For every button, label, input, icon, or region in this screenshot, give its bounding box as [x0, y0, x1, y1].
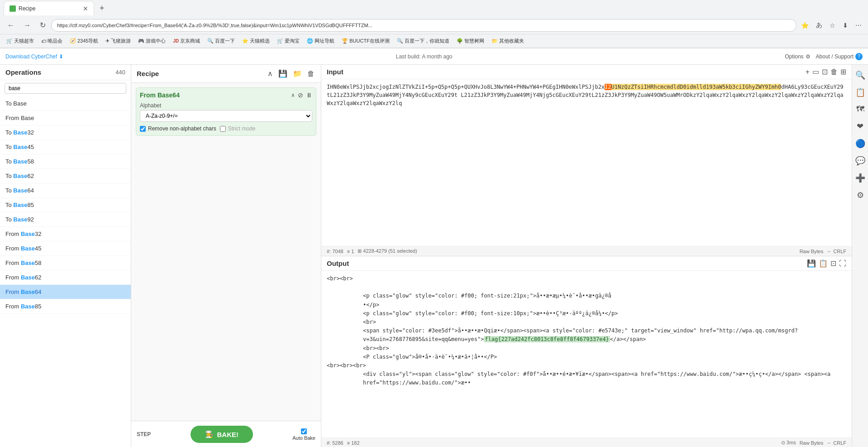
operation-header: From Base64 ∧ ⊘ ⏸ [140, 91, 312, 99]
bookmark-tianmao[interactable]: ⭐天猫精选 [239, 37, 272, 45]
bookmarks-bar: 🛒天猫超市 🏷唯品会 🧭2345导航 ✈飞猪旅游 🎮游戏中心 JD京东商城 🔍百… [0, 34, 868, 48]
right-add-btn[interactable]: ➕ [854, 171, 867, 185]
operations-search-input[interactable] [5, 83, 126, 94]
input-tabs-btn[interactable]: ▭ [812, 67, 819, 76]
op-disable-btn[interactable]: ⊘ [298, 91, 303, 99]
op-collapse-btn[interactable]: ∧ [291, 92, 295, 98]
options-btn[interactable]: Options ⚙ [785, 53, 810, 60]
alphabet-select[interactable]: A-Za-z0-9+/= A-Za-z0-9-_ Standard (RFC 4… [140, 110, 312, 122]
right-settings-btn[interactable]: ⚙ [855, 188, 866, 202]
sidebar-item-to-base58[interactable]: To Base58 [0, 154, 131, 169]
remove-nonalpha-checkbox-label[interactable]: Remove non-alphabet chars [140, 125, 216, 132]
sidebar-item-to-base92[interactable]: To Base92 [0, 212, 131, 227]
empty-recipe-space [131, 140, 321, 231]
sidebar-item-from-base64[interactable]: From Base64 [0, 285, 131, 299]
extensions-btn[interactable]: ⭐ [798, 20, 811, 31]
new-tab-btn[interactable]: + [96, 2, 108, 15]
strict-mode-checkbox[interactable] [220, 126, 226, 132]
input-popout-btn[interactable]: ⊡ [822, 67, 828, 76]
strict-mode-label: Strict mode [228, 125, 256, 132]
bookmark-baidu[interactable]: 🔍百度一下 [205, 37, 238, 45]
output-popout-btn[interactable]: ⊡ [830, 259, 836, 268]
right-clipboard-btn[interactable]: 📋 [854, 86, 867, 99]
download-btn[interactable]: ⬇ [840, 20, 851, 31]
right-chat-btn[interactable]: 💬 [854, 154, 867, 168]
strict-mode-checkbox-label[interactable]: Strict mode [220, 125, 256, 132]
bake-controls: STEP 👨‍🍳 BAKE! Auto Bake [131, 421, 321, 447]
op-pause-btn[interactable]: ⏸ [306, 91, 312, 99]
translate-btn[interactable]: あ [813, 19, 825, 31]
input-add-btn[interactable]: + [806, 67, 810, 76]
sidebar-item-from-base[interactable]: From Base [0, 111, 131, 125]
recipe-header: Recipe ∧ 💾 📁 🗑 [131, 65, 321, 83]
bookmark-vip[interactable]: 🏷唯品会 [38, 37, 65, 45]
auto-bake-container: Auto Bake [292, 428, 315, 441]
bookmark-btn[interactable]: ☆ [827, 20, 838, 31]
refresh-btn[interactable]: ↻ [36, 19, 49, 31]
address-bar[interactable] [51, 19, 796, 32]
output-save-btn[interactable]: 💾 [807, 259, 816, 268]
output-fullscreen-btn[interactable]: ⛶ [839, 259, 846, 268]
forward-btn[interactable]: → [20, 19, 34, 31]
bookmark-buuctf[interactable]: 🏆BUUCTF在线评测 [339, 37, 392, 45]
bookmark-taobao[interactable]: 🛒爱淘宝 [274, 37, 302, 45]
checkbox-row: Remove non-alphabet chars Strict mode [140, 125, 312, 132]
recipe-panel: Recipe ∧ 💾 📁 🗑 From Base64 ∧ ⊘ ⏸ [131, 65, 321, 447]
alphabet-form-group: Alphabet A-Za-z0-9+/= A-Za-z0-9-_ Standa… [140, 102, 312, 122]
input-grid-btn[interactable]: ⊞ [840, 67, 846, 76]
bookmark-other[interactable]: 📁其他收藏夹 [489, 37, 527, 45]
right-sidebar: 🔍 📋 🗺 ❤ 🔵 💬 ➕ ⚙ [852, 65, 868, 447]
browser-tab[interactable]: Recipe ✕ [4, 1, 94, 15]
sidebar-item-from-base58[interactable]: From Base58 [0, 256, 131, 270]
flag-text: flag{227ad242fc8013c8fe8ff8f4679337e4} [484, 336, 610, 342]
recipe-save-btn[interactable]: 💾 [277, 68, 288, 79]
recipe-folder-btn[interactable]: 📁 [292, 68, 303, 79]
about-btn[interactable]: About / Support ? [816, 53, 863, 60]
sidebar-item-from-base85[interactable]: From Base85 [0, 299, 131, 314]
bake-button[interactable]: 👨‍🍳 BAKE! [191, 426, 253, 443]
bookmark-baidu2[interactable]: 🔍百度一下，你就知道 [394, 37, 452, 45]
right-edge-btn[interactable]: 🔵 [854, 137, 867, 150]
sidebar-header: Operations 440 [0, 65, 131, 80]
sidebar-item-to-base32[interactable]: To Base32 [0, 125, 131, 140]
tab-favicon [10, 5, 16, 12]
right-heart-btn[interactable]: ❤ [855, 120, 865, 133]
bookmark-nav[interactable]: 🌐网址导航 [304, 37, 337, 45]
download-link[interactable]: Download CyberChef ⬇ [5, 53, 63, 60]
output-copy-btn[interactable]: 📋 [819, 259, 828, 268]
search-bar-container [0, 80, 131, 96]
bake-icon: 👨‍🍳 [205, 430, 214, 438]
bake-label: BAKE! [217, 431, 239, 438]
input-lineending-stat: ← CRLF [827, 249, 846, 254]
recipe-delete-btn[interactable]: 🗑 [306, 68, 315, 79]
auto-bake-checkbox[interactable] [301, 428, 307, 434]
input-clear-btn[interactable]: 🗑 [830, 67, 838, 76]
sidebar-item-to-base85[interactable]: To Base85 [0, 198, 131, 212]
bookmark-2345[interactable]: 🧭2345导航 [67, 37, 101, 45]
last-build-text: Last build: A month ago [396, 53, 453, 60]
sidebar-item-to-base64[interactable]: To Base64 [0, 183, 131, 198]
bookmark-feizhu[interactable]: ✈飞猪旅游 [103, 37, 134, 45]
input-content[interactable]: IHN0eWxlPSJjb2xcjogIzNlZTVkZiI+5p+Q5p+Q5… [321, 79, 852, 246]
sidebar-item-from-base32[interactable]: From Base32 [0, 227, 131, 241]
right-search-btn[interactable]: 🔍 [854, 68, 867, 82]
sidebar-item-from-base45[interactable]: From Base45 [0, 241, 131, 256]
tab-close-btn[interactable]: ✕ [83, 5, 88, 12]
back-btn[interactable]: ← [4, 19, 18, 31]
right-map-btn[interactable]: 🗺 [854, 103, 866, 116]
input-encoding-stat: Raw Bytes [800, 249, 824, 254]
operations-list: To Base From Base To Base32 To Base45 To… [0, 96, 131, 447]
bookmark-tianhao[interactable]: 🛒天猫超市 [4, 37, 37, 45]
bookmark-zhihuishu[interactable]: 🌳智慧树网 [454, 37, 487, 45]
sidebar-item-from-base62[interactable]: From Base62 [0, 270, 131, 285]
recipe-header-icons: ∧ 💾 📁 🗑 [267, 68, 315, 79]
sidebar-item-to-base45[interactable]: To Base45 [0, 140, 131, 154]
from-base64-operation: From Base64 ∧ ⊘ ⏸ Alphabet A-Za-z0-9+/= … [136, 87, 316, 136]
sidebar-item-to-base[interactable]: To Base [0, 96, 131, 111]
bookmark-games[interactable]: 🎮游戏中心 [135, 37, 168, 45]
remove-nonalpha-checkbox[interactable] [140, 126, 146, 132]
bookmark-jd[interactable]: JD京东商城 [170, 37, 203, 45]
recipe-collapse-btn[interactable]: ∧ [267, 68, 274, 79]
more-btn[interactable]: ⋯ [853, 20, 864, 31]
sidebar-item-to-base62[interactable]: To Base62 [0, 169, 131, 183]
